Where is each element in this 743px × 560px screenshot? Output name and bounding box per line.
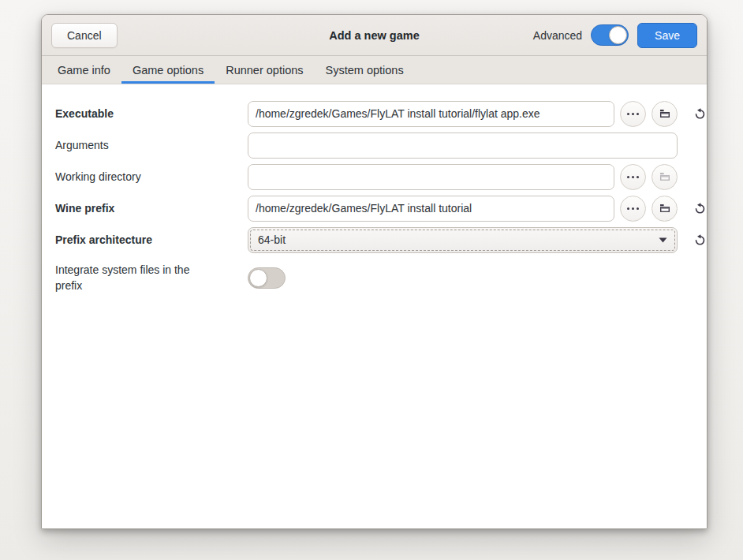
working-directory-input[interactable] bbox=[248, 164, 614, 190]
prefix-architecture-value: 64-bit bbox=[258, 233, 286, 246]
caret-down-icon bbox=[659, 237, 667, 243]
executable-browse-button[interactable] bbox=[620, 101, 646, 127]
ellipsis-icon bbox=[627, 176, 639, 178]
undo-icon bbox=[693, 202, 707, 215]
save-button[interactable]: Save bbox=[637, 23, 697, 48]
wine-prefix-browse-button[interactable] bbox=[620, 196, 646, 222]
wine-prefix-controls bbox=[248, 196, 707, 222]
working-directory-folder-button-disabled bbox=[652, 164, 678, 190]
folder-open-icon bbox=[659, 107, 671, 120]
toggle-knob bbox=[249, 269, 267, 287]
integrate-system-files-controls bbox=[248, 267, 286, 289]
prefix-architecture-reset-button[interactable] bbox=[692, 232, 707, 248]
working-directory-label: Working directory bbox=[55, 169, 213, 185]
cancel-button[interactable]: Cancel bbox=[51, 23, 118, 48]
tab-runner-options[interactable]: Runner options bbox=[215, 56, 314, 84]
working-directory-row: Working directory bbox=[55, 161, 707, 192]
header-bar: Cancel Add a new game Advanced Save bbox=[42, 15, 707, 56]
arguments-controls bbox=[248, 133, 678, 159]
add-game-dialog: Cancel Add a new game Advanced Save Game… bbox=[41, 14, 708, 529]
prefix-architecture-row: Prefix architecture 64-bit bbox=[55, 224, 707, 256]
ellipsis-icon bbox=[627, 113, 639, 115]
prefix-architecture-controls: 64-bit bbox=[248, 227, 707, 253]
wine-prefix-input[interactable] bbox=[248, 196, 614, 222]
undo-icon bbox=[693, 233, 707, 247]
tab-game-options[interactable]: Game options bbox=[121, 56, 215, 84]
executable-file-chooser-button[interactable] bbox=[652, 101, 678, 127]
wine-prefix-row: Wine prefix bbox=[55, 192, 707, 224]
arguments-input[interactable] bbox=[248, 133, 678, 159]
tab-system-options[interactable]: System options bbox=[315, 56, 415, 84]
working-directory-controls bbox=[248, 164, 678, 190]
prefix-architecture-label: Prefix architecture bbox=[55, 232, 213, 248]
executable-controls bbox=[248, 101, 707, 127]
wine-prefix-label: Wine prefix bbox=[55, 200, 213, 216]
executable-row: Executable bbox=[55, 98, 707, 129]
folder-open-icon bbox=[659, 202, 671, 215]
integrate-system-files-toggle[interactable] bbox=[248, 267, 286, 289]
wine-prefix-file-chooser-button[interactable] bbox=[652, 196, 678, 222]
tab-game-info[interactable]: Game info bbox=[47, 56, 121, 84]
advanced-toggle[interactable] bbox=[591, 24, 629, 46]
integrate-system-files-row: Integrate system files in the prefix bbox=[55, 259, 707, 296]
folder-open-icon bbox=[659, 170, 671, 183]
executable-reset-button[interactable] bbox=[692, 106, 707, 121]
ellipsis-icon bbox=[627, 207, 639, 210]
tab-bar: Game info Game options Runner options Sy… bbox=[42, 56, 707, 84]
game-options-panel: Executable bbox=[42, 84, 707, 528]
working-directory-browse-button[interactable] bbox=[620, 164, 646, 190]
undo-icon bbox=[693, 107, 707, 121]
advanced-label: Advanced bbox=[533, 29, 582, 42]
executable-input[interactable] bbox=[248, 101, 614, 127]
toggle-knob bbox=[609, 26, 627, 44]
wine-prefix-reset-button[interactable] bbox=[692, 200, 707, 216]
prefix-architecture-dropdown[interactable]: 64-bit bbox=[248, 227, 678, 253]
arguments-row: Arguments bbox=[55, 129, 707, 161]
executable-label: Executable bbox=[55, 106, 213, 121]
arguments-label: Arguments bbox=[55, 137, 213, 153]
integrate-system-files-label: Integrate system files in the prefix bbox=[55, 262, 213, 294]
header-actions: Advanced Save bbox=[533, 23, 697, 48]
